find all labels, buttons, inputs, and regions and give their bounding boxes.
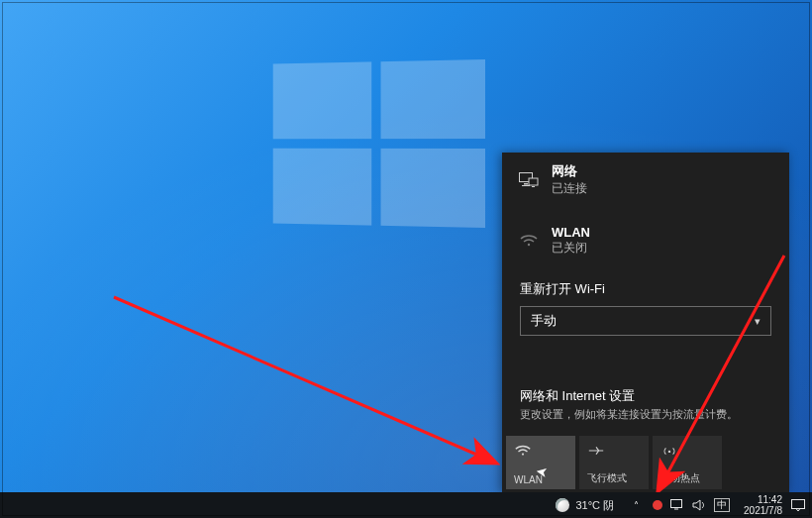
svg-rect-3 [529,178,538,185]
svg-rect-4 [532,186,535,187]
tile-airplane-mode[interactable]: 飞行模式 [579,436,649,489]
svg-rect-1 [524,183,528,185]
clock-time: 11:42 [758,494,782,505]
clock-date: 2021/7/8 [744,505,782,516]
wifi-icon [514,442,532,460]
mouse-cursor: ➤ [535,463,550,480]
chevron-down-icon: ▾ [755,315,761,328]
weather-icon [556,498,569,512]
network-settings-subtitle: 更改设置，例如将某连接设置为按流量计费。 [520,407,771,422]
record-icon[interactable] [653,500,662,510]
taskbar-clock[interactable]: 11:42 2021/7/8 [738,494,788,516]
wifi-off-icon [518,234,540,248]
speaker-icon[interactable] [692,499,706,511]
tray-network-icon[interactable] [670,499,684,511]
network-settings-link[interactable]: 网络和 Internet 设置 更改设置，例如将某连接设置为按流量计费。 [502,387,789,432]
chevron-up-icon: ˄ [634,500,639,511]
quick-action-tiles: ➤ WLAN 飞行模式 移动热点 [502,432,789,493]
network-item-ethernet[interactable]: 网络 已连接 [502,153,789,207]
tile-mobile-hotspot[interactable]: 移动热点 [653,436,722,489]
action-center-button[interactable] [790,497,806,513]
network-settings-title: 网络和 Internet 设置 [520,387,771,405]
svg-rect-10 [671,500,682,508]
reopen-wifi-label: 重新打开 Wi-Fi [502,264,789,306]
taskbar: 31°C 阴 ˄ 中 11:42 2021/7/8 [0,492,812,518]
taskbar-weather[interactable]: 31°C 阴 [239,498,614,513]
airplane-icon [587,442,605,460]
system-tray: 中 [645,498,738,512]
wlan-status: 已关闭 [552,240,590,257]
wlan-title: WLAN [552,225,590,240]
tile-wlan[interactable]: ➤ WLAN [506,436,575,489]
tile-airplane-label: 飞行模式 [587,471,627,485]
svg-rect-12 [792,500,805,509]
reopen-wifi-dropdown[interactable]: 手动 ▾ [520,306,771,336]
ime-indicator[interactable]: 中 [714,498,730,512]
network-item-wlan[interactable]: WLAN 已关闭 [502,207,789,264]
monitor-icon [518,172,540,188]
svg-point-6 [522,454,524,456]
svg-rect-11 [674,509,678,510]
notification-icon [791,499,805,511]
tray-overflow-button[interactable]: ˄ [628,499,645,511]
hotspot-icon [660,442,678,460]
weather-text: 31°C 阴 [575,498,614,513]
ethernet-title: 网络 [552,162,587,180]
tile-hotspot-label: 移动热点 [660,471,700,485]
svg-point-5 [528,244,530,246]
windows-logo [273,59,485,228]
reopen-wifi-value: 手动 [531,312,557,330]
network-flyout: 网络 已连接 WLAN 已关闭 重新打开 Wi-Fi 手动 ▾ 网络和 Inte… [502,153,789,493]
ethernet-status: 已连接 [552,180,587,197]
svg-point-7 [668,451,670,453]
